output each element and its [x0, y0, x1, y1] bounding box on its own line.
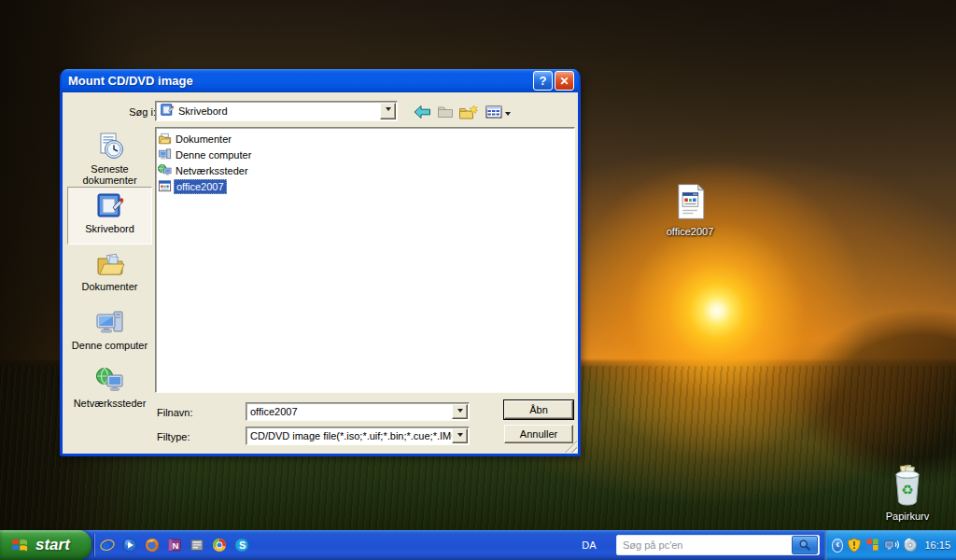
new-folder-button[interactable] — [456, 102, 480, 122]
place-network-places[interactable]: Netværkssteder — [67, 361, 152, 419]
back-arrow-icon — [413, 105, 432, 119]
firefox-icon[interactable] — [145, 538, 160, 553]
image-file-icon — [158, 179, 172, 193]
filetype-combobox[interactable]: CD/DVD image file(*.iso;*.uif;*.bin;*.cu… — [246, 427, 470, 445]
place-label: Seneste dokumenter — [68, 163, 151, 186]
file-row-netvaerkssteder[interactable]: Netværkssteder — [158, 162, 572, 178]
look-in-dropdown-button[interactable] — [380, 103, 396, 119]
svg-text:e: e — [103, 539, 109, 553]
place-documents[interactable]: Dokumenter — [67, 245, 152, 302]
place-recent-documents[interactable]: Seneste dokumenter — [67, 127, 152, 187]
svg-text:♻: ♻ — [901, 482, 913, 498]
color-squares-icon[interactable] — [865, 538, 880, 553]
taskbar-clock: 16:15 — [924, 539, 950, 551]
dialog-body: Søg i: Skrivebord — [63, 93, 578, 454]
filetype-dropdown-button[interactable] — [452, 428, 468, 443]
dialog-title: Mount CD/DVD image — [68, 74, 531, 88]
filetype-value: CD/DVD image file(*.iso;*.uif;*.bin;*.cu… — [247, 428, 452, 443]
computer-icon — [158, 147, 172, 161]
chrome-icon[interactable] — [212, 538, 227, 553]
file-name: Netværkssteder — [174, 164, 250, 177]
mount-cd-dvd-dialog: Mount CD/DVD image ? ✕ Søg i: Skrivebord — [60, 70, 581, 456]
places-bar: Seneste dokumenter Skrivebord — [67, 127, 152, 419]
desktop: office2007 ♻ Papirkurv Mount CD/DVD imag… — [0, 0, 956, 560]
search-icon — [798, 539, 811, 552]
file-row-denne-computer[interactable]: Denne computer — [158, 147, 572, 162]
look-in-value: Skrivebord — [175, 105, 228, 117]
svg-text:N: N — [172, 540, 178, 551]
onenote-icon[interactable]: N — [167, 538, 182, 553]
look-in-label: Søg i: — [119, 106, 156, 118]
open-button[interactable]: Åbn — [504, 400, 573, 419]
chevron-down-icon — [457, 433, 463, 440]
removable-media-icon[interactable] — [903, 538, 918, 553]
up-one-level-button[interactable] — [434, 102, 457, 122]
start-label: start — [35, 536, 70, 554]
file-row-dokumenter[interactable]: Dokumenter — [158, 131, 572, 147]
windows-logo-icon — [9, 535, 30, 555]
filename-value: office2007 — [247, 404, 452, 419]
taskbar: start e — [0, 530, 956, 560]
svg-text:S: S — [239, 539, 246, 551]
filetype-label: Filtype: — [157, 431, 190, 442]
skype-icon[interactable]: S — [234, 538, 249, 553]
desktop-icon-label: office2007 — [667, 226, 714, 237]
cancel-button[interactable]: Annuller — [504, 425, 573, 443]
file-row-office2007[interactable]: office2007 — [158, 178, 572, 194]
place-desktop[interactable]: Skrivebord — [67, 187, 152, 245]
taskbar-separator — [94, 534, 95, 556]
documents-folder-icon — [95, 249, 125, 279]
up-folder-icon — [437, 105, 454, 119]
views-icon — [485, 105, 503, 119]
file-name: Dokumenter — [174, 133, 233, 146]
file-list[interactable]: Dokumenter Denne computer — [155, 127, 575, 393]
desktop-icon-office2007[interactable]: office2007 — [654, 182, 725, 237]
close-button[interactable]: ✕ — [555, 71, 574, 91]
network-icon — [158, 163, 172, 177]
desktop-folder-icon — [160, 103, 175, 119]
chevron-down-icon — [386, 107, 391, 114]
place-label: Dokumenter — [82, 281, 138, 292]
new-folder-icon — [458, 105, 478, 120]
place-my-computer[interactable]: Denne computer — [67, 303, 152, 361]
view-menu-button[interactable] — [481, 102, 514, 122]
file-manager-icon[interactable] — [190, 538, 204, 553]
file-name: office2007 — [174, 179, 227, 194]
filename-label: Filnavn: — [157, 407, 193, 418]
system-tray: ‹ — [824, 530, 956, 560]
image-file-icon — [654, 182, 725, 223]
hide-icons-chevron-icon[interactable]: ‹ — [832, 539, 843, 553]
recycle-bin-icon: ♻ — [872, 465, 943, 508]
filename-combobox[interactable]: office2007 — [246, 402, 470, 421]
filename-dropdown-button[interactable] — [452, 404, 468, 419]
search-input[interactable] — [617, 536, 792, 554]
internet-explorer-icon[interactable]: e — [100, 538, 115, 553]
quick-launch-bar: e — [100, 530, 249, 560]
taskbar-search-box — [616, 535, 820, 555]
recent-documents-icon — [95, 132, 125, 161]
my-computer-icon — [95, 308, 125, 338]
start-button[interactable]: start — [0, 530, 91, 560]
search-button[interactable] — [792, 536, 818, 554]
help-button[interactable]: ? — [533, 71, 553, 91]
security-shield-icon[interactable] — [847, 538, 862, 553]
chevron-down-icon — [505, 112, 511, 119]
dialog-titlebar[interactable]: Mount CD/DVD image ? ✕ — [62, 69, 579, 92]
back-button[interactable] — [410, 102, 434, 122]
place-label: Denne computer — [72, 340, 148, 351]
network-places-icon — [95, 366, 125, 396]
desktop-icon-label: Papirkurv — [886, 511, 929, 522]
chevron-down-icon — [457, 409, 463, 415]
place-label: Skrivebord — [85, 223, 134, 234]
desktop-icon-recycle-bin[interactable]: ♻ Papirkurv — [872, 465, 943, 522]
windows-media-player-icon[interactable] — [122, 538, 137, 553]
file-name: Denne computer — [174, 148, 253, 161]
wireless-network-icon[interactable] — [884, 538, 899, 553]
place-label: Netværkssteder — [74, 398, 147, 409]
language-indicator[interactable]: DA — [571, 530, 607, 560]
folder-icon — [158, 132, 172, 146]
desktop-folder-icon — [95, 191, 125, 221]
look-in-combobox[interactable]: Skrivebord — [155, 101, 398, 121]
